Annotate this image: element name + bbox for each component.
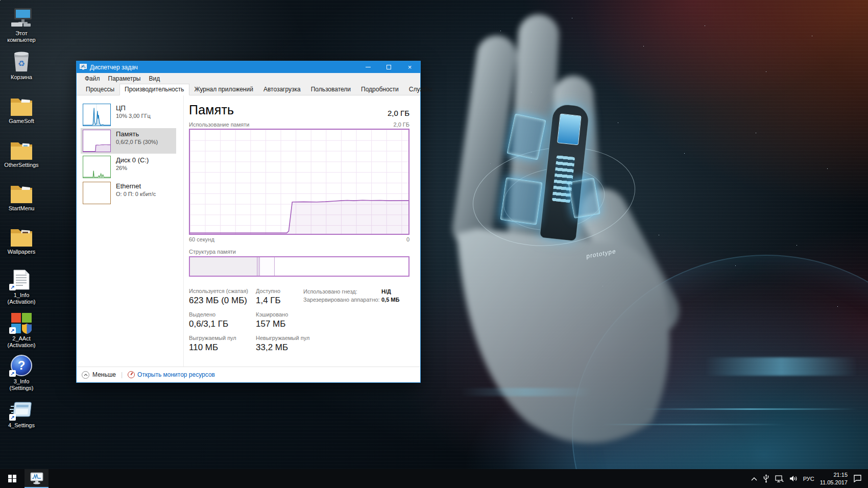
svg-text:?: ? xyxy=(18,358,26,372)
clock-date: 11.05.2017 xyxy=(820,479,848,486)
tray-chevron-up-icon[interactable] xyxy=(751,477,757,481)
folder-icon xyxy=(2,137,41,160)
action-center-icon[interactable] xyxy=(853,475,862,482)
shortcut-arrow-icon: ↗ xyxy=(9,414,16,421)
composition-label: Структура памяти xyxy=(189,249,409,255)
memory-stats: Используется (сжатая) 623 МБ (0 МБ) Дост… xyxy=(189,288,409,358)
shortcut-arrow-icon: ↗ xyxy=(9,284,16,290)
desktop-icon-1-info-activation[interactable]: ↗ 1_Info (Activation) xyxy=(2,267,41,305)
tab-details[interactable]: Подробности xyxy=(356,84,404,95)
sidebar-item-memory[interactable]: Память 0,6/2,0 ГБ (30%) xyxy=(81,128,176,154)
task-manager-app-icon xyxy=(80,64,87,70)
system-tray: РУС 21:15 11.05.2017 xyxy=(751,469,868,488)
memory-mini-chart xyxy=(83,130,111,152)
computer-icon xyxy=(2,5,41,29)
performance-sidebar: ЦП 10% 3,00 ГГц Память 0,6/2,0 ГБ (30%) xyxy=(77,95,183,367)
sidebar-item-cpu[interactable]: ЦП 10% 3,00 ГГц xyxy=(81,102,176,128)
svg-text:♻: ♻ xyxy=(18,59,25,68)
settings-app-icon: ↗ xyxy=(2,397,41,421)
memory-panel-title: Память xyxy=(189,103,234,117)
desktop-icon-4-settings[interactable]: ↗ 4_Settings xyxy=(2,397,41,429)
stat-slots-used: Использовано гнезд: Н/Д xyxy=(303,288,423,295)
desktop-icon-startmenu[interactable]: StartMenu xyxy=(2,180,41,212)
menu-file[interactable]: Файл xyxy=(81,74,104,83)
task-manager-window: Диспетчер задач × Файл Параметры Вид Про… xyxy=(76,61,421,383)
tab-services[interactable]: Службы xyxy=(404,84,437,95)
chevron-up-icon xyxy=(82,371,89,379)
desktop-icon-2-aact-activation[interactable]: ↗ 2_AAct (Activation) xyxy=(2,310,41,348)
clock[interactable]: 21:15 11.05.2017 xyxy=(820,471,848,486)
desktop-icon-othersettings[interactable]: OtherSettings xyxy=(2,137,41,168)
footer-separator: | xyxy=(121,371,123,378)
clock-time: 21:15 xyxy=(820,471,848,478)
stat-non-paged-pool: Невыгружаемый пул 33,2 МБ xyxy=(256,335,342,356)
tab-bar: Процессы Производительность Журнал прило… xyxy=(77,84,420,95)
sidebar-memory-detail: 0,6/2,0 ГБ (30%) xyxy=(116,139,158,145)
sidebar-disk-label: Диск 0 (C:) xyxy=(116,156,149,164)
menu-view[interactable]: Вид xyxy=(144,74,164,83)
usage-chart-max: 2,0 ГБ xyxy=(393,121,409,128)
sidebar-item-ethernet[interactable]: Ethernet О: 0 П: 0 кбит/с xyxy=(81,180,176,206)
desktop-icon-3-info-settings[interactable]: ? ↗ 3_Info (Settings) xyxy=(2,353,41,391)
memory-composition-bar xyxy=(189,256,409,277)
hologram-screen-icon xyxy=(500,177,543,225)
desktop-icon-gamesoft[interactable]: GameSoft xyxy=(2,93,41,125)
menu-bar: Файл Параметры Вид xyxy=(77,73,420,84)
stat-in-use: Используется (сжатая) 623 МБ (0 МБ) xyxy=(189,288,256,309)
folder-icon xyxy=(2,93,41,116)
sidebar-memory-label: Память xyxy=(116,130,158,138)
maximize-button[interactable] xyxy=(378,61,399,73)
x-axis-right-label: 0 xyxy=(406,236,409,242)
shortcut-arrow-icon: ↗ xyxy=(9,327,16,334)
taskbar: РУС 21:15 11.05.2017 xyxy=(0,469,868,488)
stat-hardware-reserved: Зарезервировано аппаратно: 0,5 МБ xyxy=(303,297,423,303)
menu-options[interactable]: Параметры xyxy=(104,74,145,83)
windows-logo-icon xyxy=(8,475,16,483)
desktop-icon-this-pc[interactable]: Этот компьютер xyxy=(2,5,41,43)
light-glow xyxy=(460,388,592,396)
sidebar-disk-detail: 26% xyxy=(116,165,149,171)
task-manager-footer: Меньше | Открыть монитор ресурсов xyxy=(77,367,420,382)
windows-shield-icon: ↗ xyxy=(2,310,41,334)
folder-icon xyxy=(2,224,41,247)
shortcut-arrow-icon: ↗ xyxy=(9,370,16,377)
minimize-button[interactable] xyxy=(357,61,378,73)
wallpaper-stars xyxy=(0,0,1,1)
desktop-icon-recycle-bin[interactable]: ♻ Корзина xyxy=(2,49,41,81)
network-icon[interactable] xyxy=(775,475,784,482)
help-icon: ? ↗ xyxy=(2,353,41,377)
open-resource-monitor-link[interactable]: Открыть монитор ресурсов xyxy=(137,371,215,378)
volume-icon[interactable] xyxy=(789,475,798,482)
light-glow xyxy=(705,357,858,376)
memory-panel: Память 2,0 ГБ Использование памяти 2,0 Г… xyxy=(183,95,420,367)
recycle-bin-icon: ♻ xyxy=(2,49,41,72)
sidebar-cpu-label: ЦП xyxy=(116,104,151,112)
fewer-details-button[interactable]: Меньше xyxy=(92,371,116,378)
titlebar[interactable]: Диспетчер задач × xyxy=(77,61,420,73)
stat-cached: Кэшировано 157 МБ xyxy=(256,311,342,332)
task-manager-taskbar-icon xyxy=(30,472,43,484)
sidebar-item-disk[interactable]: Диск 0 (C:) 26% xyxy=(81,154,176,180)
language-indicator[interactable]: РУС xyxy=(803,476,814,482)
sidebar-ethernet-label: Ethernet xyxy=(116,182,156,190)
close-button[interactable]: × xyxy=(399,61,420,73)
composition-segment-in-use xyxy=(190,257,257,276)
usb-icon[interactable] xyxy=(763,474,769,483)
tab-processes[interactable]: Процессы xyxy=(81,84,119,95)
tab-app-history[interactable]: Журнал приложений xyxy=(189,84,258,95)
cpu-mini-chart xyxy=(83,104,111,126)
start-button[interactable] xyxy=(0,469,25,488)
tab-users[interactable]: Пользователи xyxy=(306,84,356,95)
taskbar-task-manager-button[interactable] xyxy=(25,469,49,488)
memory-usage-chart xyxy=(189,129,409,235)
tab-performance[interactable]: Производительность xyxy=(119,84,189,95)
folder-icon xyxy=(2,180,41,204)
x-axis-left-label: 60 секунд xyxy=(189,236,214,242)
disk-mini-chart xyxy=(83,156,111,178)
desktop-icon-wallpapers[interactable]: Wallpapers xyxy=(2,224,41,255)
composition-segment-free xyxy=(274,257,408,276)
memory-total: 2,0 ГБ xyxy=(388,109,409,117)
tab-startup[interactable]: Автозагрузка xyxy=(258,84,306,95)
document-icon: ↗ xyxy=(2,267,41,290)
stat-committed: Выделено 0,6/3,1 ГБ xyxy=(189,311,256,332)
